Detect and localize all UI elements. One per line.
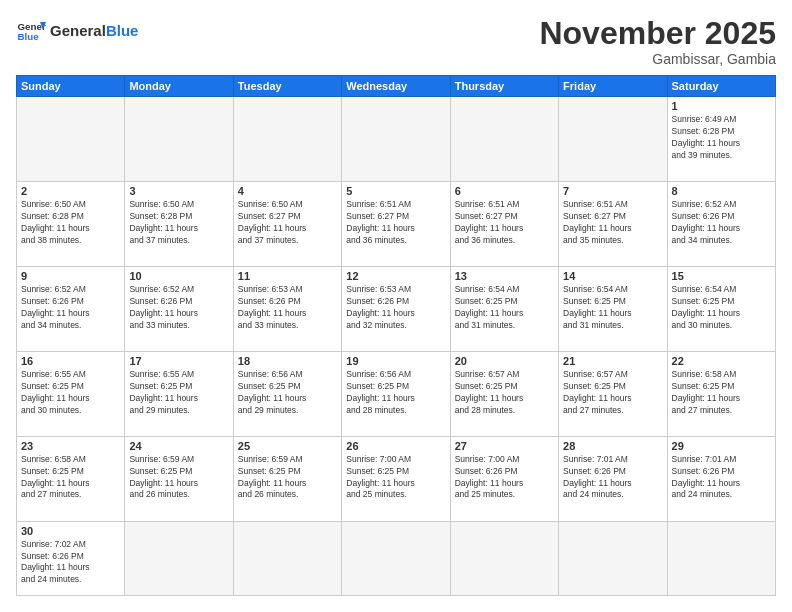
day-info: Sunrise: 6:59 AM Sunset: 6:25 PM Dayligh… xyxy=(238,454,337,502)
col-saturday: Saturday xyxy=(667,76,775,97)
day-number: 22 xyxy=(672,355,771,367)
calendar-cell: 22Sunrise: 6:58 AM Sunset: 6:25 PM Dayli… xyxy=(667,351,775,436)
day-number: 10 xyxy=(129,270,228,282)
day-number: 6 xyxy=(455,185,554,197)
day-info: Sunrise: 6:50 AM Sunset: 6:28 PM Dayligh… xyxy=(129,199,228,247)
day-info: Sunrise: 6:54 AM Sunset: 6:25 PM Dayligh… xyxy=(455,284,554,332)
calendar-week-4: 16Sunrise: 6:55 AM Sunset: 6:25 PM Dayli… xyxy=(17,351,776,436)
day-number: 28 xyxy=(563,440,662,452)
day-info: Sunrise: 6:56 AM Sunset: 6:25 PM Dayligh… xyxy=(346,369,445,417)
day-info: Sunrise: 6:53 AM Sunset: 6:26 PM Dayligh… xyxy=(346,284,445,332)
day-info: Sunrise: 6:56 AM Sunset: 6:25 PM Dayligh… xyxy=(238,369,337,417)
day-number: 17 xyxy=(129,355,228,367)
calendar-cell: 5Sunrise: 6:51 AM Sunset: 6:27 PM Daylig… xyxy=(342,182,450,267)
calendar-cell: 4Sunrise: 6:50 AM Sunset: 6:27 PM Daylig… xyxy=(233,182,341,267)
logo-icon: General Blue xyxy=(16,16,46,46)
calendar-cell: 24Sunrise: 6:59 AM Sunset: 6:25 PM Dayli… xyxy=(125,436,233,521)
logo-general: General xyxy=(50,22,106,39)
day-info: Sunrise: 7:01 AM Sunset: 6:26 PM Dayligh… xyxy=(563,454,662,502)
day-info: Sunrise: 6:58 AM Sunset: 6:25 PM Dayligh… xyxy=(672,369,771,417)
calendar-cell xyxy=(559,521,667,595)
day-number: 1 xyxy=(672,100,771,112)
page: General Blue GeneralBlue November 2025 G… xyxy=(0,0,792,612)
day-info: Sunrise: 6:55 AM Sunset: 6:25 PM Dayligh… xyxy=(21,369,120,417)
title-block: November 2025 Gambissar, Gambia xyxy=(539,16,776,67)
day-number: 30 xyxy=(21,525,120,537)
day-info: Sunrise: 6:52 AM Sunset: 6:26 PM Dayligh… xyxy=(21,284,120,332)
day-info: Sunrise: 6:52 AM Sunset: 6:26 PM Dayligh… xyxy=(129,284,228,332)
calendar-cell: 29Sunrise: 7:01 AM Sunset: 6:26 PM Dayli… xyxy=(667,436,775,521)
calendar-cell xyxy=(559,97,667,182)
day-info: Sunrise: 6:52 AM Sunset: 6:26 PM Dayligh… xyxy=(672,199,771,247)
col-thursday: Thursday xyxy=(450,76,558,97)
day-number: 26 xyxy=(346,440,445,452)
calendar-cell: 12Sunrise: 6:53 AM Sunset: 6:26 PM Dayli… xyxy=(342,266,450,351)
day-info: Sunrise: 6:57 AM Sunset: 6:25 PM Dayligh… xyxy=(563,369,662,417)
month-title: November 2025 xyxy=(539,16,776,51)
day-info: Sunrise: 6:50 AM Sunset: 6:28 PM Dayligh… xyxy=(21,199,120,247)
day-number: 18 xyxy=(238,355,337,367)
day-number: 24 xyxy=(129,440,228,452)
day-number: 14 xyxy=(563,270,662,282)
col-sunday: Sunday xyxy=(17,76,125,97)
calendar-cell: 8Sunrise: 6:52 AM Sunset: 6:26 PM Daylig… xyxy=(667,182,775,267)
col-wednesday: Wednesday xyxy=(342,76,450,97)
day-number: 7 xyxy=(563,185,662,197)
day-info: Sunrise: 6:53 AM Sunset: 6:26 PM Dayligh… xyxy=(238,284,337,332)
svg-text:Blue: Blue xyxy=(18,31,40,42)
day-number: 4 xyxy=(238,185,337,197)
calendar-cell xyxy=(125,521,233,595)
calendar-cell: 27Sunrise: 7:00 AM Sunset: 6:26 PM Dayli… xyxy=(450,436,558,521)
day-number: 16 xyxy=(21,355,120,367)
day-info: Sunrise: 6:51 AM Sunset: 6:27 PM Dayligh… xyxy=(455,199,554,247)
calendar-cell: 20Sunrise: 6:57 AM Sunset: 6:25 PM Dayli… xyxy=(450,351,558,436)
day-number: 27 xyxy=(455,440,554,452)
calendar-cell: 14Sunrise: 6:54 AM Sunset: 6:25 PM Dayli… xyxy=(559,266,667,351)
day-info: Sunrise: 7:02 AM Sunset: 6:26 PM Dayligh… xyxy=(21,539,120,587)
col-friday: Friday xyxy=(559,76,667,97)
day-info: Sunrise: 6:57 AM Sunset: 6:25 PM Dayligh… xyxy=(455,369,554,417)
calendar-cell: 2Sunrise: 6:50 AM Sunset: 6:28 PM Daylig… xyxy=(17,182,125,267)
header: General Blue GeneralBlue November 2025 G… xyxy=(16,16,776,67)
calendar-cell xyxy=(233,97,341,182)
day-info: Sunrise: 7:00 AM Sunset: 6:25 PM Dayligh… xyxy=(346,454,445,502)
day-number: 23 xyxy=(21,440,120,452)
calendar-cell: 3Sunrise: 6:50 AM Sunset: 6:28 PM Daylig… xyxy=(125,182,233,267)
calendar-cell xyxy=(342,97,450,182)
calendar-cell: 26Sunrise: 7:00 AM Sunset: 6:25 PM Dayli… xyxy=(342,436,450,521)
logo-text-block: GeneralBlue xyxy=(50,23,138,40)
calendar-cell: 9Sunrise: 6:52 AM Sunset: 6:26 PM Daylig… xyxy=(17,266,125,351)
day-number: 19 xyxy=(346,355,445,367)
day-number: 29 xyxy=(672,440,771,452)
calendar-week-2: 2Sunrise: 6:50 AM Sunset: 6:28 PM Daylig… xyxy=(17,182,776,267)
day-info: Sunrise: 6:58 AM Sunset: 6:25 PM Dayligh… xyxy=(21,454,120,502)
day-number: 9 xyxy=(21,270,120,282)
calendar-cell: 19Sunrise: 6:56 AM Sunset: 6:25 PM Dayli… xyxy=(342,351,450,436)
day-number: 21 xyxy=(563,355,662,367)
day-info: Sunrise: 6:55 AM Sunset: 6:25 PM Dayligh… xyxy=(129,369,228,417)
calendar-cell xyxy=(667,521,775,595)
calendar-cell xyxy=(17,97,125,182)
calendar-week-3: 9Sunrise: 6:52 AM Sunset: 6:26 PM Daylig… xyxy=(17,266,776,351)
calendar-header-row: Sunday Monday Tuesday Wednesday Thursday… xyxy=(17,76,776,97)
calendar-cell: 6Sunrise: 6:51 AM Sunset: 6:27 PM Daylig… xyxy=(450,182,558,267)
day-number: 20 xyxy=(455,355,554,367)
day-number: 2 xyxy=(21,185,120,197)
day-info: Sunrise: 7:00 AM Sunset: 6:26 PM Dayligh… xyxy=(455,454,554,502)
calendar-cell xyxy=(450,97,558,182)
day-number: 3 xyxy=(129,185,228,197)
col-tuesday: Tuesday xyxy=(233,76,341,97)
calendar-week-6: 30Sunrise: 7:02 AM Sunset: 6:26 PM Dayli… xyxy=(17,521,776,595)
col-monday: Monday xyxy=(125,76,233,97)
calendar-cell: 1Sunrise: 6:49 AM Sunset: 6:28 PM Daylig… xyxy=(667,97,775,182)
calendar-cell: 21Sunrise: 6:57 AM Sunset: 6:25 PM Dayli… xyxy=(559,351,667,436)
calendar-table: Sunday Monday Tuesday Wednesday Thursday… xyxy=(16,75,776,596)
logo: General Blue GeneralBlue xyxy=(16,16,138,46)
calendar-cell: 25Sunrise: 6:59 AM Sunset: 6:25 PM Dayli… xyxy=(233,436,341,521)
day-number: 13 xyxy=(455,270,554,282)
calendar-cell: 15Sunrise: 6:54 AM Sunset: 6:25 PM Dayli… xyxy=(667,266,775,351)
calendar-cell: 17Sunrise: 6:55 AM Sunset: 6:25 PM Dayli… xyxy=(125,351,233,436)
calendar-cell: 30Sunrise: 7:02 AM Sunset: 6:26 PM Dayli… xyxy=(17,521,125,595)
day-number: 25 xyxy=(238,440,337,452)
day-number: 8 xyxy=(672,185,771,197)
